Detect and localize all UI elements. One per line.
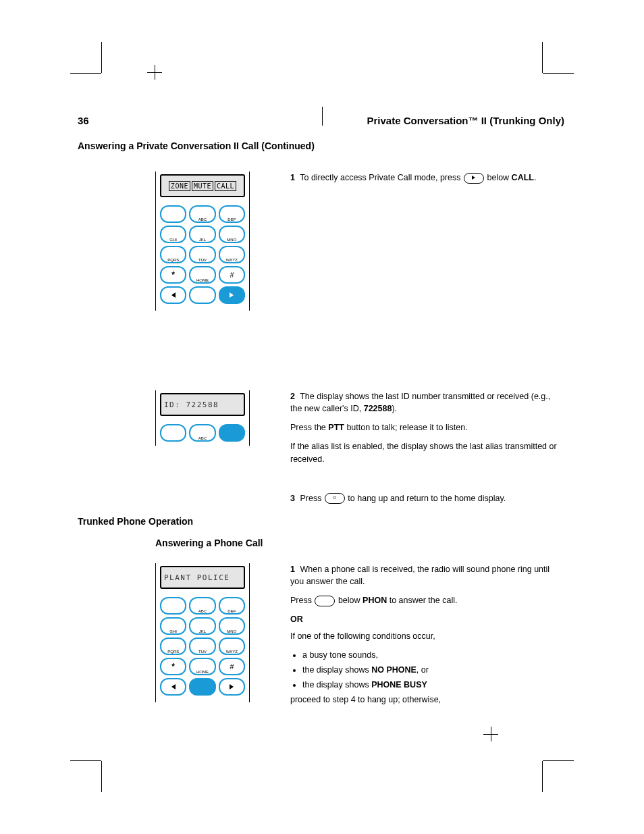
key-star: * (160, 266, 186, 284)
key-0: HOME (189, 266, 215, 284)
key-8: TUV (189, 637, 215, 655)
key-right-highlighted (219, 286, 245, 304)
key-2: ABC (189, 205, 215, 223)
key-2: ABC (189, 597, 215, 615)
key-8: TUV (189, 246, 215, 263)
triangle-left-icon (171, 684, 176, 689)
lcd-display: PLANT POLICE (160, 566, 245, 589)
key-blank (189, 286, 215, 304)
key-right (219, 678, 245, 696)
key-0: HOME (189, 658, 215, 675)
section-answering-call: ZONE MUTE CALL ABC DEF GHI JKL MNO PQRS … (155, 172, 557, 504)
keypad-diagram-partial: ID: 722588 ABC (155, 390, 250, 446)
key-center-highlighted (189, 678, 215, 696)
triangle-left-icon (171, 292, 176, 298)
crop-mark (70, 760, 101, 761)
key-9: WXYZ (219, 637, 245, 655)
key-4: GHI (160, 617, 186, 635)
keypad-diagram: PLANT POLICE ABC DEF GHI JKL MNO PQRS TU… (155, 563, 250, 702)
section-trunked-phone: Answering a Phone Call PLANT POLICE ABC … (155, 538, 557, 712)
key-2: ABC (189, 424, 215, 442)
crop-mark (101, 761, 102, 792)
triangle-right-icon (230, 292, 234, 298)
key-hash: # (219, 658, 245, 675)
section-heading: Answering a Private Conversation II Call… (78, 140, 315, 151)
key-7: PQRS (160, 637, 186, 655)
key-5: JKL (189, 617, 215, 635)
registration-mark-icon (483, 727, 498, 741)
crop-mark (542, 42, 543, 73)
keypad-diagram: ZONE MUTE CALL ABC DEF GHI JKL MNO PQRS … (155, 172, 250, 311)
key-1 (160, 597, 186, 615)
step-3-text: 3 Press O to hang up and return to the h… (284, 492, 557, 504)
lcd-display: ZONE MUTE CALL (160, 174, 245, 197)
crop-mark (542, 761, 543, 792)
crop-mark (101, 42, 102, 73)
key-5: JKL (189, 226, 215, 243)
lcd-display: ID: 722588 (160, 393, 245, 416)
softkey-call: CALL (215, 181, 236, 191)
key-4: GHI (160, 226, 186, 243)
softkey-zone: ZONE (169, 181, 190, 191)
step-1-text: 1 When a phone call is received, the rad… (284, 563, 557, 712)
page-title: Private Conversation™ II (Trunking Only) (367, 115, 564, 126)
center-mark (322, 107, 323, 126)
step-2-text: 2 The display shows the last ID number t… (284, 390, 557, 472)
key-left (160, 286, 186, 304)
home-button-icon: O (325, 493, 345, 504)
key-3: DEF (219, 597, 245, 615)
crop-mark (543, 73, 574, 74)
page-number: 36 (78, 115, 89, 126)
step-1-text: 1 To directly access Private Call mode, … (284, 172, 557, 184)
key-6: MNO (219, 226, 245, 243)
key-left (160, 678, 186, 696)
key-3: DEF (219, 205, 245, 223)
triangle-right-icon (472, 176, 475, 180)
section-heading: Trunked Phone Operation (78, 516, 193, 527)
crop-mark (70, 73, 101, 74)
forward-button-icon (464, 173, 484, 184)
key-hash: # (219, 266, 245, 284)
softkey-button-icon (315, 596, 335, 606)
triangle-right-icon (230, 684, 234, 689)
key-1 (160, 424, 186, 442)
key-1 (160, 205, 186, 223)
key-7: PQRS (160, 246, 186, 263)
crop-mark (543, 760, 574, 761)
subsection-title: Answering a Phone Call (155, 538, 557, 548)
key-star: * (160, 658, 186, 675)
softkey-mute: MUTE (192, 181, 213, 191)
registration-mark-icon (147, 65, 162, 80)
key-6: MNO (219, 617, 245, 635)
key-3-highlighted (219, 424, 245, 442)
key-9: WXYZ (219, 246, 245, 263)
